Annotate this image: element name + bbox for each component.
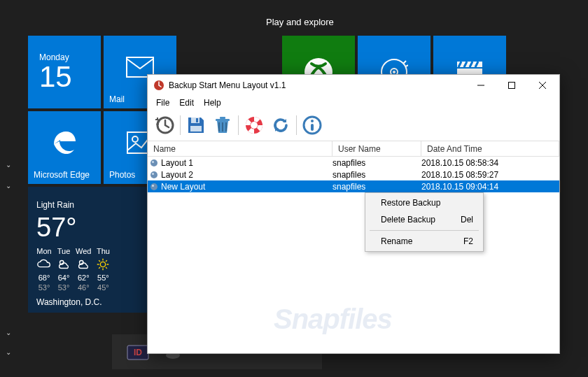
floppy-disk-icon: [186, 115, 206, 135]
item-icon: [150, 159, 158, 167]
list-header: Name User Name Date And Time: [148, 141, 559, 157]
chevron-down-icon[interactable]: ⌄: [6, 182, 11, 190]
svg-text:ID: ID: [134, 348, 142, 357]
partly-cloudy-icon: [76, 257, 91, 272]
svg-rect-17: [191, 118, 200, 123]
window-title: Backup Start Menu Layout v1.1: [169, 80, 465, 90]
svg-point-10: [101, 262, 106, 266]
info-icon: [302, 115, 322, 135]
svg-point-4: [393, 71, 396, 73]
delete-button[interactable]: [210, 113, 235, 138]
menu-help[interactable]: Help: [200, 97, 225, 108]
menubar: File Edit Help: [148, 96, 559, 110]
cell-user: snapfiles: [332, 170, 421, 180]
sun-icon: [95, 257, 111, 272]
cell-name: New Layout: [161, 182, 332, 192]
calendar-date: 15: [39, 62, 72, 92]
list-body: Layout 1 snapfiles 2018.10.15 08:58:34 L…: [148, 157, 559, 353]
svg-rect-15: [509, 83, 515, 89]
minimize-button[interactable]: [465, 75, 496, 96]
edge-icon: [34, 115, 95, 170]
context-menu-restore[interactable]: Restore Backup: [367, 194, 482, 211]
context-menu: Restore Backup Delete Backup Del Rename …: [365, 192, 484, 252]
refresh-icon: [271, 115, 290, 135]
restore-button[interactable]: [241, 113, 267, 138]
svg-point-27: [150, 159, 158, 166]
partly-cloudy-icon: [56, 257, 71, 272]
svg-point-7: [132, 136, 138, 142]
close-button[interactable]: [527, 75, 558, 96]
cloud-icon: [36, 257, 52, 272]
svg-point-29: [150, 171, 158, 178]
save-button[interactable]: [183, 113, 209, 138]
item-icon: [150, 183, 158, 191]
context-menu-separator: [370, 230, 479, 231]
tile-label: Microsoft Edge: [34, 170, 90, 180]
table-row[interactable]: Layout 1 snapfiles 2018.10.15 08:58:34: [148, 157, 559, 169]
watermark: Snapfiles: [274, 304, 392, 335]
tile-label: Mail: [109, 94, 125, 104]
cell-name: Layout 1: [161, 158, 332, 168]
about-button[interactable]: [300, 113, 325, 138]
category-label: Play and explore: [266, 17, 334, 27]
forecast-day: Wed 62° 46°: [76, 247, 91, 292]
cell-user: snapfiles: [332, 182, 421, 192]
table-row[interactable]: Layout 2 snapfiles 2018.10.15 08:59:27: [148, 169, 559, 180]
menu-file[interactable]: File: [152, 97, 174, 108]
shortcut-label: Del: [461, 215, 473, 225]
shortcut-label: F2: [463, 236, 473, 246]
lifebuoy-icon: [244, 115, 264, 135]
toolbar-separator: [238, 115, 239, 135]
refresh-button[interactable]: [268, 113, 293, 138]
item-icon: [150, 171, 158, 179]
clock-history-icon: [154, 115, 175, 136]
svg-rect-19: [190, 126, 202, 131]
tile-label: Photos: [109, 170, 135, 180]
chevron-down-icon[interactable]: ⌄: [6, 329, 11, 336]
svg-point-28: [152, 161, 154, 163]
svg-rect-26: [311, 124, 314, 131]
chevron-down-icon[interactable]: ⌄: [6, 348, 11, 356]
app-icon: [153, 80, 164, 91]
column-header-date[interactable]: Date And Time: [421, 141, 559, 156]
context-menu-delete[interactable]: Delete Backup Del: [367, 211, 482, 228]
app-window: Backup Start Menu Layout v1.1 File Edit …: [147, 74, 560, 354]
forecast-day: Tue 64° 53°: [56, 247, 71, 292]
toolbar-separator: [296, 115, 297, 135]
calendar-tile[interactable]: Monday 15: [28, 36, 101, 108]
backup-button[interactable]: [152, 113, 177, 138]
menu-edit[interactable]: Edit: [175, 97, 198, 108]
cell-date: 2018.10.15 08:58:34: [421, 158, 559, 168]
cell-name: Layout 2: [161, 170, 332, 180]
svg-point-31: [150, 183, 158, 190]
toolbar: [148, 110, 559, 141]
trash-icon: [213, 115, 232, 135]
svg-point-25: [311, 120, 314, 122]
svg-rect-21: [220, 117, 225, 119]
svg-point-23: [251, 122, 258, 129]
chevron-down-icon[interactable]: ⌄: [6, 161, 11, 169]
svg-point-32: [152, 185, 154, 187]
taskbar-app-icon[interactable]: ID: [126, 340, 150, 364]
svg-rect-20: [216, 119, 230, 121]
edge-tile[interactable]: Microsoft Edge: [28, 111, 101, 184]
context-menu-rename[interactable]: Rename F2: [367, 233, 482, 250]
column-header-user[interactable]: User Name: [332, 141, 421, 156]
cell-user: snapfiles: [332, 158, 421, 168]
column-header-name[interactable]: Name: [148, 141, 332, 156]
toolbar-separator: [180, 115, 181, 135]
forecast-day: Thu 55° 45°: [95, 247, 111, 292]
titlebar[interactable]: Backup Start Menu Layout v1.1: [148, 75, 559, 96]
forecast-day: Mon 68° 53°: [36, 247, 52, 292]
maximize-button[interactable]: [496, 75, 527, 96]
svg-point-30: [152, 173, 154, 175]
cell-date: 2018.10.15 08:59:27: [421, 170, 559, 180]
cell-date: 2018.10.15 09:04:14: [421, 182, 559, 192]
svg-rect-18: [196, 118, 198, 122]
table-row-selected[interactable]: New Layout snapfiles 2018.10.15 09:04:14: [148, 180, 559, 192]
